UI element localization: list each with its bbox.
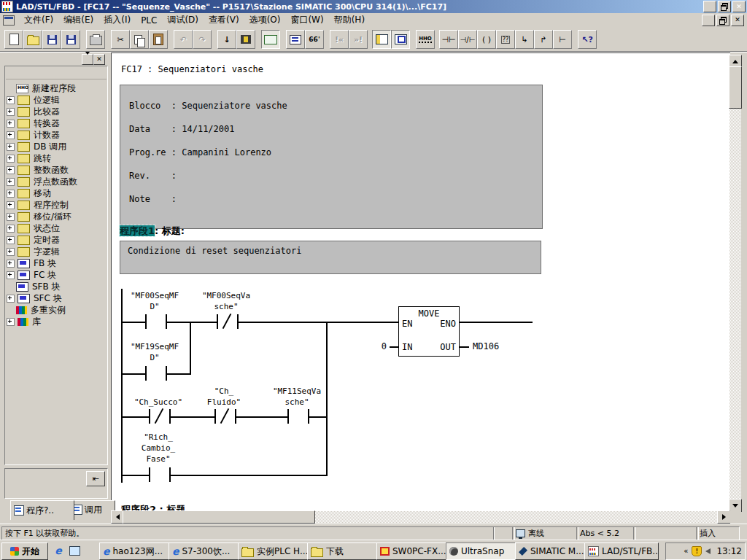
tree-item-multi-instance[interactable]: 多重实例	[7, 304, 66, 316]
tree-item-integer-func[interactable]: 整数函数	[7, 164, 69, 176]
expand-icon[interactable]	[7, 108, 15, 116]
taskbar-button-plc-folder[interactable]: 实例PLC H...	[238, 542, 312, 560]
contact-no-button[interactable]: ⊣⊢	[439, 30, 458, 49]
network-label[interactable]: 程序段1	[120, 225, 155, 236]
menu-help[interactable]: 帮助(H)	[329, 12, 370, 28]
taskbar-button-simatic[interactable]: SIMATIC M...	[515, 542, 589, 560]
no-contact[interactable]	[145, 314, 167, 329]
tree-item-sfb-blocks[interactable]: SFB 块	[7, 281, 61, 292]
menu-insert[interactable]: 插入(I)	[98, 12, 136, 28]
new-network-button[interactable]: HHO	[416, 30, 435, 49]
tree-item-sfc-blocks[interactable]: SFC 块	[7, 292, 62, 304]
nc-contact[interactable]	[217, 314, 239, 329]
move-out-operand[interactable]: MD106	[473, 341, 499, 351]
menu-plc[interactable]: PLC	[136, 14, 162, 27]
expand-icon[interactable]	[7, 271, 15, 279]
network-header[interactable]: 程序段1: 标题:	[120, 225, 185, 238]
expand-icon[interactable]	[7, 96, 15, 104]
expand-icon[interactable]	[7, 201, 15, 209]
coil-button[interactable]: ( )	[477, 30, 496, 49]
empty-box-button[interactable]: ??	[496, 30, 515, 49]
taskbar-button-hao123[interactable]: ehao123网...	[99, 542, 174, 560]
menu-file[interactable]: 文件(F)	[19, 12, 58, 28]
menu-view[interactable]: 查看(V)	[204, 12, 244, 28]
security-shield-icon[interactable]: !	[692, 546, 702, 556]
prev-error-button[interactable]: !«	[330, 30, 349, 49]
symbol-info-button[interactable]	[286, 30, 305, 49]
minimize-button[interactable]	[703, 1, 716, 12]
taskbar-button-swopc[interactable]: SW0PC-FX...	[376, 542, 451, 560]
child-minimize-button[interactable]	[702, 15, 715, 26]
contact-label[interactable]: "MF00SeqVasche"	[182, 290, 270, 312]
expand-icon[interactable]	[7, 248, 15, 256]
contact-label[interactable]: "MF19SeqMFD"	[111, 341, 198, 363]
taskbar-button-ladstl[interactable]: LAD/STL/FB...	[584, 542, 659, 560]
next-error-button[interactable]: »!	[349, 30, 368, 49]
block-header-box[interactable]: Blocco : Sequenziatore vasche Data : 14/…	[120, 85, 543, 229]
contact-label[interactable]: "Rich_Cambio_Fase"	[115, 432, 202, 464]
no-contact[interactable]	[145, 366, 167, 381]
cut-button[interactable]: ✂	[111, 30, 130, 49]
open-branch-button[interactable]: ↳	[515, 30, 534, 49]
undo-button[interactable]: ↶	[174, 30, 193, 49]
monitor-toggle-button[interactable]	[261, 30, 280, 49]
tree-item-timers[interactable]: 定时器	[7, 234, 60, 246]
expand-icon[interactable]	[7, 236, 15, 244]
child-restore-button[interactable]	[716, 15, 729, 26]
tree-item-converter[interactable]: 转换器	[7, 117, 60, 129]
tree-item-fb-blocks[interactable]: FB 块	[7, 257, 56, 269]
contact-nc-button[interactable]: ⊣/⊢	[458, 30, 477, 49]
quicklaunch-desktop[interactable]	[67, 544, 82, 557]
expand-icon[interactable]	[7, 318, 15, 326]
nc-contact[interactable]	[149, 409, 171, 424]
expand-icon[interactable]	[7, 143, 15, 151]
expand-icon[interactable]	[7, 190, 15, 198]
tab-program-elements[interactable]: 程序?..	[10, 500, 74, 520]
contact-label[interactable]: "MF11SeqVasche"	[253, 386, 341, 408]
scroll-down-button[interactable]	[729, 499, 742, 512]
tree-item-library[interactable]: 库	[7, 316, 41, 327]
no-contact[interactable]	[149, 467, 171, 482]
tree-item-word-logic[interactable]: 字逻辑	[7, 246, 60, 257]
expand-icon[interactable]	[7, 120, 15, 128]
taskbar-button-download-folder[interactable]: 下载	[307, 542, 382, 560]
panel-close-button[interactable]	[93, 54, 105, 65]
tree-item-status-bits[interactable]: 状态位	[7, 222, 60, 234]
restore-button[interactable]	[718, 1, 731, 12]
redo-button[interactable]: ↷	[193, 30, 212, 49]
t-branch-button[interactable]: ⊢	[553, 30, 572, 49]
tree-item-program-control[interactable]: 程序控制	[7, 199, 69, 211]
tree-item-move[interactable]: 移动	[7, 187, 51, 199]
horizontal-scroll-thumb[interactable]	[123, 510, 315, 524]
scroll-right-button[interactable]	[717, 510, 730, 524]
upload-blocks-button[interactable]	[236, 30, 255, 49]
download-button[interactable]: ↓	[217, 30, 236, 49]
tree-item-fc-blocks[interactable]: FC 块	[7, 269, 56, 281]
mdi-child-icon[interactable]	[3, 15, 15, 26]
tree-item-comparator[interactable]: 比较器	[7, 106, 60, 117]
child-close-button[interactable]	[731, 15, 744, 26]
tree-item-float-func[interactable]: 浮点数函数	[7, 176, 77, 187]
panel-dropdown-button[interactable]	[82, 54, 93, 65]
no-contact[interactable]	[287, 409, 309, 424]
expand-icon[interactable]	[7, 295, 15, 303]
move-box[interactable]: MOVE EN ENO IN OUT	[398, 306, 460, 357]
context-help-button[interactable]: ↖?	[578, 30, 597, 49]
open-file-button[interactable]	[23, 30, 42, 49]
tree-item-new-network[interactable]: 新建程序段	[7, 82, 76, 94]
menu-debug[interactable]: 调试(D)	[162, 12, 204, 28]
start-button[interactable]: 开始	[1, 542, 48, 560]
tree-item-jump[interactable]: 跳转	[7, 152, 51, 164]
tree-item-db-call[interactable]: DB 调用	[7, 141, 66, 152]
quicklaunch-ie[interactable]: e	[51, 544, 66, 557]
expand-icon[interactable]	[7, 225, 15, 233]
expand-icon[interactable]	[7, 260, 15, 268]
menu-window[interactable]: 窗口(W)	[285, 12, 328, 28]
close-branch-button[interactable]: ↱	[534, 30, 553, 49]
print-button[interactable]	[86, 30, 105, 49]
copy-button[interactable]	[130, 30, 149, 49]
menu-edit[interactable]: 编辑(E)	[58, 12, 98, 28]
nc-contact[interactable]	[214, 409, 236, 424]
expand-icon[interactable]	[7, 178, 15, 186]
vertical-scroll-thumb[interactable]	[729, 66, 742, 109]
